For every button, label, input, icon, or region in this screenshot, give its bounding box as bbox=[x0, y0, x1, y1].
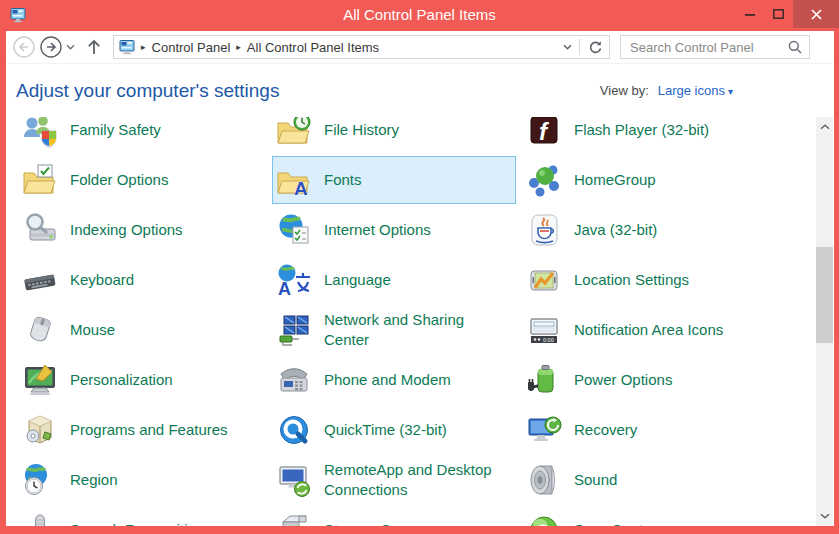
item-region[interactable]: Region bbox=[18, 456, 266, 504]
region-icon bbox=[22, 462, 58, 498]
family-safety-icon bbox=[22, 117, 58, 148]
item-internet-options[interactable]: Internet Options bbox=[272, 206, 516, 254]
svg-text:0:00: 0:00 bbox=[543, 337, 554, 343]
close-button[interactable] bbox=[793, 0, 839, 28]
back-button[interactable] bbox=[13, 36, 35, 58]
power-options-icon bbox=[526, 362, 562, 398]
item-indexing-options[interactable]: Indexing Options bbox=[18, 206, 266, 254]
address-dropdown-button[interactable] bbox=[558, 44, 576, 50]
item-label: QuickTime (32-bit) bbox=[324, 420, 447, 440]
item-label: Java (32-bit) bbox=[574, 220, 657, 240]
language-icon: A bbox=[276, 262, 312, 298]
item-phone-and-modem[interactable]: Phone and Modem bbox=[272, 356, 516, 404]
minimize-button[interactable] bbox=[735, 0, 764, 28]
item-label: RemoteApp and Desktop Connections bbox=[324, 460, 502, 501]
storage-spaces-icon bbox=[276, 512, 312, 526]
scroll-up-button[interactable] bbox=[816, 119, 833, 135]
refresh-button[interactable] bbox=[583, 40, 607, 55]
chevron-down-icon bbox=[563, 44, 572, 50]
item-personalization[interactable]: Personalization bbox=[18, 356, 266, 404]
view-by-group: View by: Large icons▾ bbox=[600, 83, 733, 98]
breadcrumb-control-panel[interactable]: Control Panel bbox=[152, 40, 231, 55]
up-arrow-icon bbox=[85, 38, 103, 56]
recent-pages-button[interactable] bbox=[63, 36, 77, 58]
homegroup-icon bbox=[526, 162, 562, 198]
back-icon bbox=[13, 36, 35, 58]
chevron-down-icon bbox=[66, 44, 75, 50]
item-label: Phone and Modem bbox=[324, 370, 451, 390]
breadcrumb-separator-icon: ▸ bbox=[236, 42, 241, 52]
chevron-down-icon: ▾ bbox=[728, 86, 733, 97]
close-icon bbox=[811, 9, 822, 20]
item-label: Sync Center bbox=[574, 520, 657, 526]
view-by-dropdown[interactable]: Large icons▾ bbox=[658, 83, 733, 98]
address-bar[interactable]: ▸ Control Panel ▸ All Control Panel Item… bbox=[113, 35, 610, 59]
item-file-history[interactable]: File History bbox=[272, 117, 516, 154]
vertical-scrollbar[interactable] bbox=[816, 117, 833, 526]
item-sound[interactable]: Sound bbox=[522, 456, 766, 504]
item-flash-player-32-bit[interactable]: f Flash Player (32-bit) bbox=[522, 117, 766, 154]
item-mouse[interactable]: Mouse bbox=[18, 306, 266, 354]
item-label: Region bbox=[70, 470, 118, 490]
personalization-icon bbox=[22, 362, 58, 398]
search-box bbox=[620, 35, 810, 59]
item-fonts[interactable]: A Fonts bbox=[272, 156, 516, 204]
remoteapp-desktop-connections-icon bbox=[276, 462, 312, 498]
page-header: Adjust your computer's settings View by:… bbox=[6, 64, 834, 117]
item-label: Recovery bbox=[574, 420, 637, 440]
title-bar: All Control Panel Items bbox=[0, 0, 839, 31]
control-panel-window: All Control Panel Items bbox=[0, 0, 839, 534]
address-divider bbox=[579, 39, 580, 55]
internet-options-icon bbox=[276, 212, 312, 248]
sound-icon bbox=[526, 462, 562, 498]
item-power-options[interactable]: Power Options bbox=[522, 356, 766, 404]
item-speech-recognition[interactable]: Speech Recognition bbox=[18, 506, 266, 526]
item-programs-and-features[interactable]: Programs and Features bbox=[18, 406, 266, 454]
mouse-icon bbox=[22, 312, 58, 348]
item-remoteapp-and-desktop-connections[interactable]: RemoteApp and Desktop Connections bbox=[272, 456, 516, 504]
minimize-icon bbox=[745, 9, 755, 19]
scrollbar-thumb[interactable] bbox=[816, 247, 833, 343]
indexing-options-icon bbox=[22, 212, 58, 248]
item-language[interactable]: A Language bbox=[272, 256, 516, 304]
item-label: Keyboard bbox=[70, 270, 134, 290]
search-input[interactable] bbox=[628, 39, 788, 56]
item-storage-spaces[interactable]: Storage Spaces bbox=[272, 506, 516, 526]
notification-area-icons-icon: 0:00 bbox=[526, 312, 562, 348]
item-keyboard[interactable]: Keyboard bbox=[18, 256, 266, 304]
item-location-settings[interactable]: Location Settings bbox=[522, 256, 766, 304]
item-label: Storage Spaces bbox=[324, 520, 431, 526]
recovery-icon bbox=[526, 412, 562, 448]
item-notification-area-icons[interactable]: 0:00 Notification Area Icons bbox=[522, 306, 766, 354]
item-quicktime-32-bit[interactable]: QuickTime (32-bit) bbox=[272, 406, 516, 454]
forward-icon bbox=[40, 36, 62, 58]
item-network-and-sharing-center[interactable]: Network and Sharing Center bbox=[272, 306, 516, 354]
breadcrumb-all-items[interactable]: All Control Panel Items bbox=[247, 40, 379, 55]
item-label: HomeGroup bbox=[574, 170, 656, 190]
search-icon[interactable] bbox=[788, 40, 802, 54]
quicktime-icon bbox=[276, 412, 312, 448]
item-sync-center[interactable]: Sync Center bbox=[522, 506, 766, 526]
location-settings-icon bbox=[526, 262, 562, 298]
sync-center-icon bbox=[526, 512, 562, 526]
breadcrumb-separator-icon: ▸ bbox=[141, 42, 146, 52]
svg-text:A: A bbox=[294, 178, 308, 198]
scroll-down-button[interactable] bbox=[816, 508, 833, 524]
folder-options-icon bbox=[22, 162, 58, 198]
item-recovery[interactable]: Recovery bbox=[522, 406, 766, 454]
forward-button[interactable] bbox=[40, 36, 62, 58]
items-grid: Family Safety File History f Flash Playe… bbox=[18, 117, 772, 526]
item-label: Internet Options bbox=[324, 220, 431, 240]
item-homegroup[interactable]: HomeGroup bbox=[522, 156, 766, 204]
item-label: Notification Area Icons bbox=[574, 320, 723, 340]
breadcrumb-location-icon bbox=[119, 39, 135, 55]
fonts-icon: A bbox=[276, 162, 312, 198]
up-button[interactable] bbox=[84, 36, 104, 58]
maximize-button[interactable] bbox=[764, 0, 793, 28]
item-family-safety[interactable]: Family Safety bbox=[18, 117, 266, 154]
item-java-32-bit[interactable]: Java (32-bit) bbox=[522, 206, 766, 254]
item-folder-options[interactable]: Folder Options bbox=[18, 156, 266, 204]
item-label: Programs and Features bbox=[70, 420, 228, 440]
item-label: Mouse bbox=[70, 320, 115, 340]
item-label: Family Safety bbox=[70, 120, 161, 140]
